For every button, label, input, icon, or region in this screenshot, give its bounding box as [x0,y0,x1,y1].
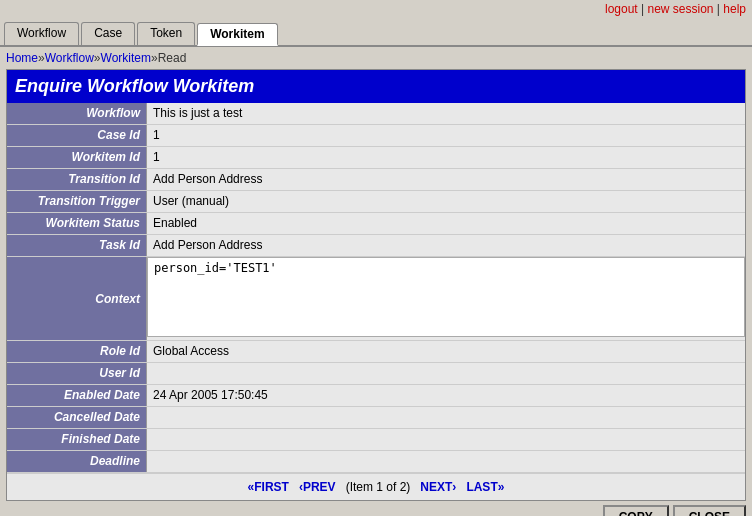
breadcrumb-workflow[interactable]: Workflow [45,51,94,65]
last-link[interactable]: LAST» [466,480,504,494]
label-context: Context [7,257,147,340]
main-content: Enquire Workflow Workitem Workflow This … [6,69,746,501]
label-enabled-date: Enabled Date [7,385,147,406]
prev-link[interactable]: ‹PREV [299,480,336,494]
field-row-enabled-date: Enabled Date 24 Apr 2005 17:50:45 [7,385,745,407]
value-cancelled-date [147,407,745,428]
new-session-link[interactable]: new session [647,2,713,16]
label-transition-trigger: Transition Trigger [7,191,147,212]
label-role-id: Role Id [7,341,147,362]
breadcrumb-workitem[interactable]: Workitem [101,51,151,65]
tab-workflow[interactable]: Workflow [4,22,79,45]
field-row-context: Context [7,257,745,341]
value-workflow: This is just a test [147,103,745,124]
value-finished-date [147,429,745,450]
value-deadline [147,451,745,472]
field-row-role-id: Role Id Global Access [7,341,745,363]
tab-token[interactable]: Token [137,22,195,45]
field-row-case-id: Case Id 1 [7,125,745,147]
label-cancelled-date: Cancelled Date [7,407,147,428]
label-workitem-status: Workitem Status [7,213,147,234]
label-transition-id: Transition Id [7,169,147,190]
pagination: «FIRST ‹PREV (Item 1 of 2) NEXT› LAST» [7,473,745,500]
breadcrumb-home[interactable]: Home [6,51,38,65]
value-role-id: Global Access [147,341,745,362]
value-task-id: Add Person Address [147,235,745,256]
field-row-workitem-id: Workitem Id 1 [7,147,745,169]
field-row-user-id: User Id [7,363,745,385]
value-case-id: 1 [147,125,745,146]
value-workitem-status: Enabled [147,213,745,234]
logout-link[interactable]: logout [605,2,638,16]
context-textarea[interactable] [147,257,745,337]
field-row-transition-id: Transition Id Add Person Address [7,169,745,191]
value-transition-id: Add Person Address [147,169,745,190]
tab-workitem[interactable]: Workitem [197,23,277,46]
field-row-workflow: Workflow This is just a test [7,103,745,125]
pagination-info: (Item 1 of 2) [346,480,411,494]
next-link[interactable]: NEXT› [420,480,456,494]
value-user-id [147,363,745,384]
value-transition-trigger: User (manual) [147,191,745,212]
label-finished-date: Finished Date [7,429,147,450]
first-link[interactable]: «FIRST [248,480,289,494]
label-workitem-id: Workitem Id [7,147,147,168]
field-row-task-id: Task Id Add Person Address [7,235,745,257]
label-deadline: Deadline [7,451,147,472]
value-enabled-date: 24 Apr 2005 17:50:45 [147,385,745,406]
top-bar: logout | new session | help [0,0,752,18]
label-user-id: User Id [7,363,147,384]
label-case-id: Case Id [7,125,147,146]
breadcrumb: Home»Workflow»Workitem»Read [0,47,752,69]
copy-button[interactable]: COPY [603,505,669,516]
field-row-deadline: Deadline [7,451,745,473]
field-row-cancelled-date: Cancelled Date [7,407,745,429]
value-context [147,257,745,340]
page-title: Enquire Workflow Workitem [7,70,745,103]
label-task-id: Task Id [7,235,147,256]
breadcrumb-current: Read [158,51,187,65]
value-workitem-id: 1 [147,147,745,168]
close-button[interactable]: CLOSE [673,505,746,516]
help-link[interactable]: help [723,2,746,16]
field-row-transition-trigger: Transition Trigger User (manual) [7,191,745,213]
bottom-bar: COPY CLOSE [0,501,752,516]
label-workflow: Workflow [7,103,147,124]
field-row-finished-date: Finished Date [7,429,745,451]
tab-case[interactable]: Case [81,22,135,45]
field-row-workitem-status: Workitem Status Enabled [7,213,745,235]
tab-bar: Workflow Case Token Workitem [0,18,752,47]
